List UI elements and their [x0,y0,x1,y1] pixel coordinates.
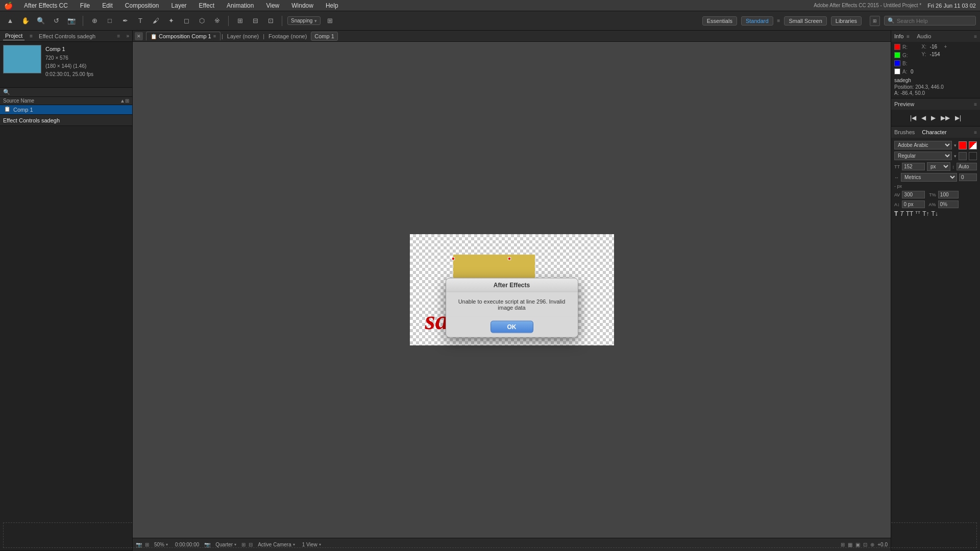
char-font-select[interactable]: Adobe Arabic [894,141,952,149]
brushes-tab[interactable]: Brushes [894,129,915,135]
tool-hand[interactable]: ✋ [19,15,32,27]
tab-close-x[interactable]: ✕ [135,32,143,40]
workspace-standard[interactable]: Standard [741,16,773,26]
char-tracking-input[interactable] [902,191,925,198]
preview-last-btn[interactable]: ▶| [954,113,962,122]
tool-eraser[interactable]: ◻ [180,15,192,27]
comp-tab-settings[interactable]: ≡ [213,34,216,39]
tool-rotation[interactable]: ↺ [50,15,62,27]
tab-sep2: | [263,33,264,39]
tab-layer[interactable]: Layer (none) [224,32,262,40]
char-caps-btn[interactable]: TT [906,210,914,217]
audio-tab[interactable]: Audio [917,33,931,39]
tool-stamp[interactable]: ✦ [165,15,177,27]
char-leading-input[interactable] [957,163,977,170]
menu-animation[interactable]: Animation [224,1,257,10]
menu-file[interactable]: File [77,1,93,10]
tab-composition[interactable]: 📋 Composition Comp 1 ≡ [146,32,220,40]
panel-menu-icon[interactable]: ≡ [117,33,120,39]
char-size-input[interactable] [902,163,925,170]
maximize-btn[interactable]: ⊞ [870,16,880,26]
preview-menu[interactable]: ≡ [974,102,977,107]
workspace-libraries[interactable]: Libraries [831,16,862,26]
tool-roto[interactable]: ⬡ [195,15,208,27]
preview-first-btn[interactable]: |◀ [909,113,917,122]
main-layout: Project ≡ Effect Controls sadegh ≡ » Com… [0,31,980,551]
tool-grid[interactable]: ⊞ [324,15,336,27]
preview-prev-btn[interactable]: ◀ [920,113,927,122]
tool-select[interactable]: ▲ [4,15,16,27]
menubar: 🍎 After Effects CC File Edit Composition… [0,0,980,11]
search-help-input[interactable] [897,18,968,24]
project-search-input[interactable] [10,89,129,95]
tool-rect[interactable]: □ [104,15,116,27]
tool-zoom[interactable]: 🔍 [35,15,47,27]
preview-next-btn[interactable]: ▶▶ [940,113,951,122]
info-panel-menu[interactable]: ≡ [974,34,977,39]
char-metrics-input[interactable] [959,173,977,181]
tab-effect-controls[interactable]: Effect Controls sadegh [37,32,97,40]
menu-window[interactable]: Window [288,1,316,10]
comp1-tab-active[interactable]: Comp 1 [311,32,338,41]
tool-pen[interactable]: ✒ [119,15,131,27]
character-section: Brushes Character ≡ Adobe Arabic ▾ R [891,127,980,551]
menu-composition[interactable]: Composition [122,1,162,10]
menu-view[interactable]: View [263,1,282,10]
menu-effect[interactable]: Effect [196,1,217,10]
menu-edit[interactable]: Edit [99,1,116,10]
workspace-smallscreen[interactable]: Small Screen [784,16,826,26]
menu-ae[interactable]: After Effects CC [21,1,71,10]
info-x-value: -16 [930,44,937,49]
char-fill-color[interactable] [959,141,967,149]
tool-puppet[interactable]: ※ [211,15,223,27]
alert-dialog: After Effects Unable to execute script a… [446,278,578,338]
tool-camera[interactable]: 📷 [65,15,78,27]
char-menu[interactable]: ≡ [974,130,977,135]
char-pct-input[interactable] [938,191,959,198]
tool-text[interactable]: T [134,15,146,27]
char-sub-btn[interactable]: T↓ [931,210,938,217]
b-swatch [894,60,900,66]
menu-layer[interactable]: Layer [168,1,190,10]
char-baseline-pct-input[interactable] [938,201,959,208]
apple-menu[interactable]: 🍎 [4,2,13,10]
project-search[interactable]: 🔍 [0,87,132,97]
preview-title: Preview [894,101,914,107]
tool-distribute[interactable]: ⊟ [249,15,261,27]
workspace-essentials[interactable]: Essentials [702,16,737,26]
menu-help[interactable]: Help [323,1,341,10]
project-options-icon[interactable]: ⊞ [125,98,129,104]
preview-play-btn[interactable]: ▶ [930,113,937,122]
comp-aspect: (180 × 144) (1.46) [45,62,93,70]
tool-align[interactable]: ⊞ [234,15,246,27]
char-smallcaps-btn[interactable]: TT [915,210,920,217]
tab-footage[interactable]: Footage (none) [265,32,310,40]
char-size-unit[interactable]: px [927,162,950,171]
alert-ok-button[interactable]: OK [491,321,533,333]
right-panel: Info ≡ Audio ≡ R: G: [891,31,980,551]
project-sort-icon[interactable]: ▲ [120,98,125,104]
char-super-btn[interactable]: T↑ [922,210,929,217]
character-header: Brushes Character ≡ [891,127,980,138]
info-menu[interactable]: ≡ [906,34,910,39]
char-italic-btn[interactable]: T [900,210,903,217]
char-bold-btn[interactable]: T [894,210,898,217]
char-metrics-select[interactable]: Metrics [901,173,957,182]
tool-brush[interactable]: 🖌 [150,15,162,27]
snapping-control[interactable]: Snapping ▾ [287,16,321,25]
info-r-label: R: [902,44,909,50]
info-left-col: R: G: B: [894,44,914,76]
viewer[interactable]: sadegh After Effects Unable to execute s… [133,42,891,538]
project-item-comp1[interactable]: 📋 Comp 1 [0,105,132,114]
tool-trim[interactable]: ⊡ [264,15,277,27]
center-area: ✕ 📋 Composition Comp 1 ≡ | Layer (none) … [133,31,891,551]
search-help-box[interactable]: 🔍 [884,16,976,26]
effect-controls-label: Effect Controls sadegh [3,117,60,123]
char-baseline-input[interactable] [902,201,925,208]
tab-project[interactable]: Project [3,32,24,40]
panel-expand[interactable]: » [126,33,129,39]
char-style-select[interactable]: Regular [894,152,952,160]
tool-anchor[interactable]: ⊕ [88,15,101,27]
char-stroke-color[interactable] [969,141,977,149]
col-name[interactable]: Source Name [3,98,120,104]
